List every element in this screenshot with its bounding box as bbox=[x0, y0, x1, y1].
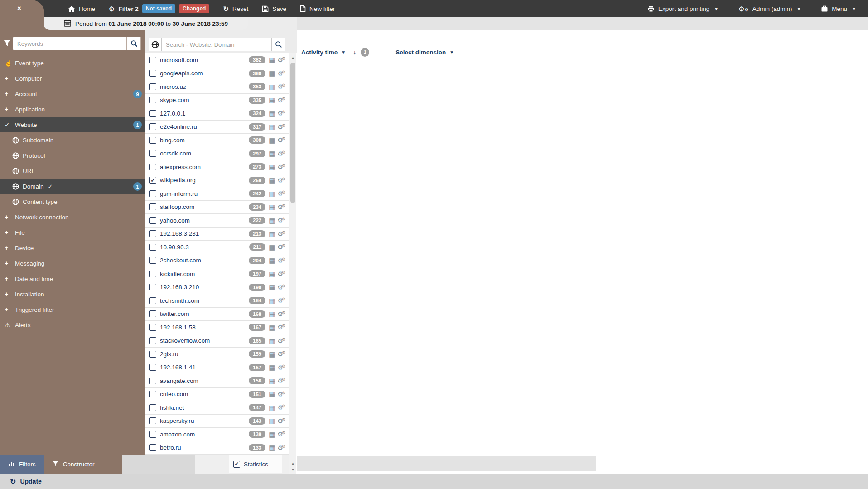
settings-gears-icon[interactable]: ⚙⚙ bbox=[277, 244, 287, 250]
sidebar-item-content-type[interactable]: Content type bbox=[0, 194, 145, 209]
details-icon[interactable]: ▦ bbox=[269, 57, 275, 63]
sidebar-item-subdomain[interactable]: Subdomain bbox=[0, 132, 145, 148]
domain-row-staffcop-com[interactable]: staffcop.com 234 ▦ ⚙⚙ bbox=[145, 201, 289, 214]
domain-row-192-168-3-231[interactable]: 192.168.3.231 213 ▦ ⚙⚙ bbox=[145, 228, 289, 241]
domain-row-ocrsdk-com[interactable]: ocrsdk.com 297 ▦ ⚙⚙ bbox=[145, 147, 289, 161]
new-filter-button[interactable]: New filter bbox=[300, 5, 335, 12]
domain-checkbox[interactable] bbox=[149, 190, 156, 197]
sort-direction-icon[interactable]: ↓ bbox=[353, 48, 356, 56]
domain-checkbox[interactable] bbox=[149, 244, 156, 251]
settings-gears-icon[interactable]: ⚙⚙ bbox=[277, 217, 287, 223]
domain-row-wikipedia-org[interactable]: ✓ wikipedia.org 269 ▦ ⚙⚙ bbox=[145, 174, 289, 188]
details-icon[interactable]: ▦ bbox=[269, 351, 275, 358]
domain-checkbox[interactable] bbox=[149, 230, 156, 237]
domain-row-twitter-com[interactable]: twitter.com 168 ▦ ⚙⚙ bbox=[145, 308, 289, 321]
domain-row-googleapis-com[interactable]: googleapis.com 380 ▦ ⚙⚙ bbox=[145, 67, 289, 81]
keywords-input[interactable] bbox=[13, 37, 127, 50]
details-icon[interactable]: ▦ bbox=[269, 364, 275, 371]
details-icon[interactable]: ▦ bbox=[269, 217, 275, 224]
save-button[interactable]: Save bbox=[262, 5, 286, 12]
domain-row-bing-com[interactable]: bing.com 308 ▦ ⚙⚙ bbox=[145, 134, 289, 147]
domain-checkbox[interactable] bbox=[149, 257, 156, 264]
scroll-up-icon[interactable]: ▴ bbox=[289, 54, 296, 61]
domain-row-10-90-90-3[interactable]: 10.90.90.3 211 ▦ ⚙⚙ bbox=[145, 241, 289, 254]
admin-menu[interactable]: ⚙⚙ Admin (admin) ▼ bbox=[738, 5, 801, 12]
details-icon[interactable]: ▦ bbox=[269, 150, 275, 157]
details-icon[interactable]: ▦ bbox=[269, 123, 275, 130]
domain-row-techsmith-com[interactable]: techsmith.com 184 ▦ ⚙⚙ bbox=[145, 294, 289, 308]
settings-gears-icon[interactable]: ⚙⚙ bbox=[277, 204, 287, 210]
settings-gears-icon[interactable]: ⚙⚙ bbox=[277, 257, 287, 264]
details-icon[interactable]: ▦ bbox=[269, 404, 275, 411]
domain-checkbox[interactable] bbox=[149, 431, 156, 438]
details-icon[interactable]: ▦ bbox=[269, 324, 275, 331]
settings-gears-icon[interactable]: ⚙⚙ bbox=[277, 271, 287, 277]
sidebar-item-triggered-filter[interactable]: + Triggered filter bbox=[0, 302, 145, 317]
settings-gears-icon[interactable]: ⚙⚙ bbox=[277, 445, 287, 451]
settings-gears-icon[interactable]: ⚙⚙ bbox=[277, 338, 287, 344]
domain-row-192-168-1-58[interactable]: 192.168.1.58 167 ▦ ⚙⚙ bbox=[145, 321, 289, 334]
scroll-up-icon[interactable]: ▴ bbox=[289, 460, 296, 466]
settings-gears-icon[interactable]: ⚙⚙ bbox=[277, 190, 287, 197]
settings-gears-icon[interactable]: ⚙⚙ bbox=[277, 70, 287, 77]
domain-row-2checkout-com[interactable]: 2checkout.com 204 ▦ ⚙⚙ bbox=[145, 254, 289, 268]
details-icon[interactable]: ▦ bbox=[269, 297, 275, 304]
sidebar-item-application[interactable]: + Application bbox=[0, 102, 145, 117]
statistics-toggle[interactable]: ✓ Statistics bbox=[229, 455, 282, 473]
filter-button[interactable]: ⚙ Filter 2 Not saved Changed bbox=[109, 4, 209, 13]
domain-checkbox[interactable] bbox=[149, 123, 156, 130]
settings-gears-icon[interactable]: ⚙⚙ bbox=[277, 284, 287, 290]
domain-row-gsm-inform-ru[interactable]: gsm-inform.ru 242 ▦ ⚙⚙ bbox=[145, 187, 289, 201]
sidebar-item-computer[interactable]: + Computer bbox=[0, 71, 145, 86]
details-icon[interactable]: ▦ bbox=[269, 444, 275, 451]
domain-row-192-168-3-210[interactable]: 192.168.3.210 190 ▦ ⚙⚙ bbox=[145, 281, 289, 295]
settings-gears-icon[interactable]: ⚙⚙ bbox=[277, 324, 287, 330]
details-icon[interactable]: ▦ bbox=[269, 337, 275, 344]
domain-checkbox[interactable] bbox=[149, 203, 156, 210]
domain-row-fishki-net[interactable]: fishki.net 147 ▦ ⚙⚙ bbox=[145, 401, 289, 415]
domain-checkbox[interactable] bbox=[149, 351, 156, 358]
details-icon[interactable]: ▦ bbox=[269, 177, 275, 184]
sidebar-item-event-type[interactable]: ☝ Event type bbox=[0, 55, 145, 71]
domain-checkbox[interactable] bbox=[149, 83, 156, 90]
scrollbar-thumb[interactable] bbox=[290, 63, 295, 203]
domain-checkbox[interactable] bbox=[149, 391, 156, 397]
domain-checkbox[interactable] bbox=[149, 271, 156, 277]
settings-gears-icon[interactable]: ⚙⚙ bbox=[277, 137, 287, 143]
main-menu[interactable]: Menu ▼ bbox=[821, 5, 856, 12]
domain-checkbox[interactable] bbox=[149, 337, 156, 344]
domain-checkbox[interactable] bbox=[149, 110, 156, 117]
details-icon[interactable]: ▦ bbox=[269, 378, 275, 384]
domain-row-192-168-1-41[interactable]: 192.168.1.41 157 ▦ ⚙⚙ bbox=[145, 361, 289, 375]
details-icon[interactable]: ▦ bbox=[269, 203, 275, 210]
sidebar-item-installation[interactable]: + Installation bbox=[0, 286, 145, 302]
domain-row-micros-uz[interactable]: micros.uz 353 ▦ ⚙⚙ bbox=[145, 80, 289, 94]
domain-checkbox[interactable] bbox=[149, 150, 156, 157]
settings-gears-icon[interactable]: ⚙⚙ bbox=[277, 231, 287, 237]
domain-checkbox[interactable] bbox=[149, 417, 156, 424]
domain-checkbox[interactable] bbox=[149, 310, 156, 317]
details-icon[interactable]: ▦ bbox=[269, 97, 275, 103]
details-icon[interactable]: ▦ bbox=[269, 310, 275, 317]
domain-row-aliexpress-com[interactable]: aliexpress.com 273 ▦ ⚙⚙ bbox=[145, 160, 289, 174]
domain-row-2gis-ru[interactable]: 2gis.ru 159 ▦ ⚙⚙ bbox=[145, 348, 289, 361]
sidebar-item-messaging[interactable]: + Messaging bbox=[0, 256, 145, 271]
domain-checkbox[interactable] bbox=[149, 444, 156, 451]
sidebar-item-alerts[interactable]: ⚠ Alerts bbox=[0, 317, 145, 333]
tab-constructor[interactable]: Constructor bbox=[44, 455, 103, 474]
details-icon[interactable]: ▦ bbox=[269, 284, 275, 290]
settings-gears-icon[interactable]: ⚙⚙ bbox=[277, 97, 287, 103]
details-icon[interactable]: ▦ bbox=[269, 431, 275, 438]
domain-checkbox[interactable] bbox=[149, 364, 156, 371]
sidebar-item-domain[interactable]: Domain ✓ 1 bbox=[0, 179, 145, 194]
sidebar-item-account[interactable]: + Account 9 bbox=[0, 86, 145, 102]
domain-checkbox[interactable] bbox=[149, 217, 156, 224]
domain-row-stackoverflow-com[interactable]: stackoverflow.com 165 ▦ ⚙⚙ bbox=[145, 334, 289, 348]
domain-checkbox[interactable] bbox=[149, 70, 156, 77]
domain-checkbox[interactable] bbox=[149, 164, 156, 170]
domain-search-button[interactable] bbox=[272, 38, 285, 51]
update-button[interactable]: ↻ Update bbox=[10, 477, 42, 486]
details-icon[interactable]: ▦ bbox=[269, 110, 275, 117]
domain-row-betro-ru[interactable]: betro.ru 133 ▦ ⚙⚙ bbox=[145, 441, 289, 455]
domain-checkbox[interactable] bbox=[149, 97, 156, 103]
